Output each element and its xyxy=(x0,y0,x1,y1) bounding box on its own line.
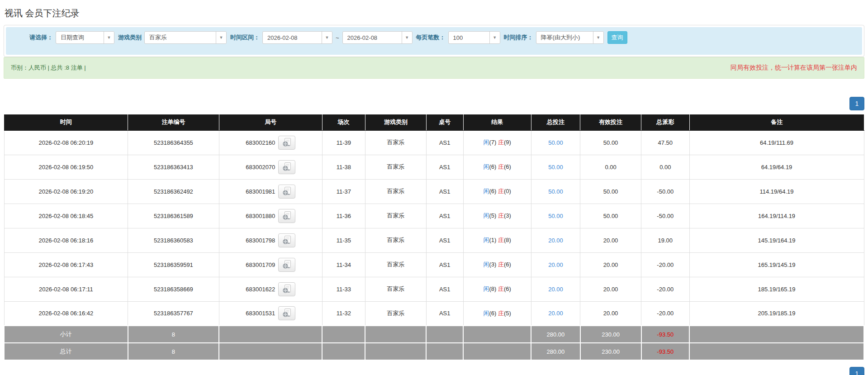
total-bet-link[interactable]: 50.00 xyxy=(548,139,563,146)
payout-cell: -20.00 xyxy=(641,301,689,326)
total-bet-link[interactable]: 20.00 xyxy=(548,237,563,244)
col-header-result: 结果 xyxy=(463,114,531,130)
col-header-game-type: 游戏类别 xyxy=(365,114,426,130)
summary-empty-cell xyxy=(219,343,322,360)
total-bet-cell: 50.00 xyxy=(531,130,580,155)
total-bet-link[interactable]: 50.00 xyxy=(548,164,563,171)
banker-score: (0) xyxy=(504,188,511,195)
summary-empty-cell xyxy=(689,343,864,360)
result-cell: 闲(1) 庄(8) xyxy=(463,228,531,252)
banker-result: 庄 xyxy=(498,310,504,317)
remark-cell: 185.19/165.19 xyxy=(689,277,864,301)
summary-empty-cell xyxy=(426,343,463,360)
payout-cell: -50.00 xyxy=(641,204,689,228)
table-row: 2026-02-08 06:20:19523186364355683002160… xyxy=(4,130,864,155)
page-1-button[interactable]: 1 xyxy=(849,97,864,110)
table-row: 2026-02-08 06:16:42523186357767683001531… xyxy=(4,301,864,326)
video-replay-button[interactable] xyxy=(278,136,295,150)
currency-summary-text: 币别：人民币 | 总共 :8 注单 | xyxy=(11,64,86,72)
session-cell: 11-36 xyxy=(322,204,365,228)
result-cell: 闲(7) 庄(9) xyxy=(463,130,531,155)
video-icon xyxy=(281,162,292,172)
video-replay-button[interactable] xyxy=(278,282,295,296)
game-type-select[interactable]: 百家乐 ▼ xyxy=(144,31,227,44)
table-no-cell: AS1 xyxy=(426,228,463,252)
valid-bet-cell: 0.00 xyxy=(580,155,641,179)
video-replay-button[interactable] xyxy=(278,233,295,247)
video-icon xyxy=(281,308,292,318)
summary-total-bet-cell: 280.00 xyxy=(531,343,580,360)
table-no-cell: AS1 xyxy=(426,155,463,179)
summary-empty-cell xyxy=(463,343,531,360)
video-replay-button[interactable] xyxy=(278,306,295,320)
summary-payout-cell: -93.50 xyxy=(641,343,689,360)
col-header-session: 场次 xyxy=(322,114,365,130)
round-cell: 683001798 xyxy=(219,228,322,252)
banker-result: 庄 xyxy=(498,212,504,219)
player-result: 闲 xyxy=(483,237,489,243)
col-header-bet-id: 注单编号 xyxy=(128,114,219,130)
col-header-payout: 总派彩 xyxy=(641,114,689,130)
summary-count-cell: 8 xyxy=(128,326,219,343)
video-replay-button[interactable] xyxy=(278,258,295,272)
total-bet-cell: 20.00 xyxy=(531,301,580,326)
valid-bet-cell: 50.00 xyxy=(580,179,641,204)
chevron-down-icon: ▼ xyxy=(593,32,603,43)
remark-cell: 114.19/64.19 xyxy=(689,179,864,204)
total-bet-link[interactable]: 20.00 xyxy=(548,286,563,293)
round-cell: 683001622 xyxy=(219,277,322,301)
per-page-filter: 每页笔数： 100 ▼ xyxy=(416,31,500,44)
chevron-down-icon: ▼ xyxy=(489,32,500,43)
time-cell: 2026-02-08 06:20:19 xyxy=(4,130,128,155)
game-type-cell: 百家乐 xyxy=(365,179,426,204)
payout-cell: 19.00 xyxy=(641,228,689,252)
player-result: 闲 xyxy=(483,212,489,219)
per-page-select[interactable]: 100 ▼ xyxy=(448,31,500,44)
total-bet-link[interactable]: 20.00 xyxy=(548,261,563,268)
remark-cell: 145.19/164.19 xyxy=(689,228,864,252)
records-table: 时间 注单编号 局号 场次 游戏类别 桌号 结果 总投注 有效投注 总派彩 备注… xyxy=(4,114,864,361)
remark-cell: 164.19/114.19 xyxy=(689,204,864,228)
video-replay-button[interactable] xyxy=(278,185,295,199)
col-header-total-bet: 总投注 xyxy=(531,114,580,130)
payout-cell: -20.00 xyxy=(641,277,689,301)
per-page-value: 100 xyxy=(449,32,489,43)
total-bet-cell: 50.00 xyxy=(531,155,580,179)
remark-cell: 165.19/145.19 xyxy=(689,252,864,277)
game-type-cell: 百家乐 xyxy=(365,277,426,301)
sort-value: 降幂(由大到小) xyxy=(536,32,593,43)
video-replay-button[interactable] xyxy=(278,160,295,174)
valid-bet-cell: 20.00 xyxy=(580,252,641,277)
payout-cell: 0.00 xyxy=(641,155,689,179)
round-number: 683001880 xyxy=(246,213,275,219)
player-result: 闲 xyxy=(483,261,489,268)
result-cell: 闲(8) 庄(6) xyxy=(463,277,531,301)
date-from-select[interactable]: 2026-02-08 ▼ xyxy=(262,31,332,44)
video-replay-button[interactable] xyxy=(278,209,295,223)
banker-score: (6) xyxy=(504,163,511,170)
sort-select[interactable]: 降幂(由大到小) ▼ xyxy=(536,31,604,44)
col-header-time: 时间 xyxy=(4,114,128,130)
player-score: (6) xyxy=(489,310,498,317)
banker-result: 庄 xyxy=(498,139,504,146)
total-bet-cell: 50.00 xyxy=(531,179,580,204)
date-to-select[interactable]: 2026-02-08 ▼ xyxy=(342,31,413,44)
total-bet-cell: 50.00 xyxy=(531,204,580,228)
page-1-button[interactable]: 1 xyxy=(849,367,864,375)
round-cell: 683002070 xyxy=(219,155,322,179)
col-header-remark: 备注 xyxy=(689,114,864,130)
query-type-select[interactable]: 日期查询 ▼ xyxy=(56,31,114,44)
round-number: 683001709 xyxy=(246,261,275,268)
result-cell: 闲(6) 庄(0) xyxy=(463,179,531,204)
total-bet-link[interactable]: 50.00 xyxy=(548,213,563,219)
round-cell: 683001709 xyxy=(219,252,322,277)
bet-id-cell: 523186362492 xyxy=(128,179,219,204)
total-bet-link[interactable]: 50.00 xyxy=(548,188,563,195)
time-range-label: 时间区间： xyxy=(230,33,260,42)
video-icon xyxy=(281,284,292,294)
table-no-cell: AS1 xyxy=(426,179,463,204)
search-button[interactable]: 查询 xyxy=(607,31,627,44)
time-cell: 2026-02-08 06:18:45 xyxy=(4,204,128,228)
total-bet-link[interactable]: 20.00 xyxy=(548,310,563,317)
summary-count-cell: 8 xyxy=(128,343,219,360)
